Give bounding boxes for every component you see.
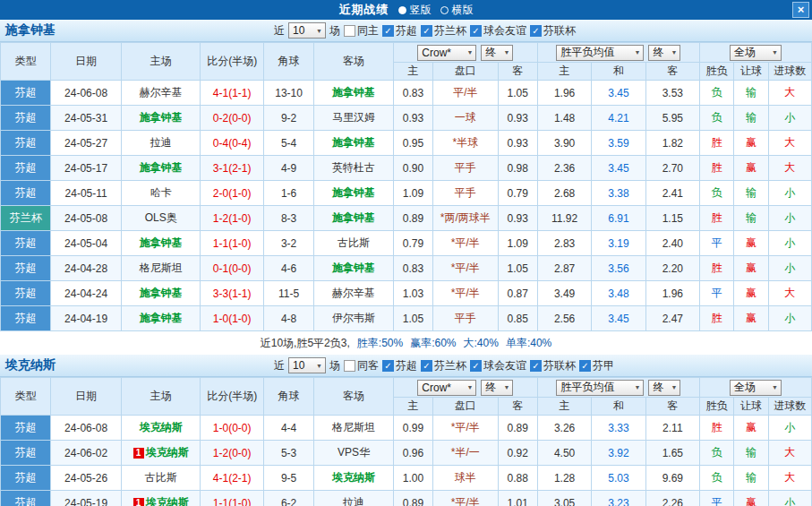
close-button[interactable]: ×: [792, 2, 809, 18]
col-away: 客场: [314, 43, 394, 81]
match-row: 芬超24-05-11哈卡2-0(1-0)1-6施拿钟基1.09平手0.792.6…: [1, 181, 812, 206]
cell-handicap: *平/半: [433, 416, 498, 441]
same-venue-label: 同客: [357, 358, 379, 373]
bookmaker-select[interactable]: Crow*▼: [417, 380, 476, 396]
same-venue-checkbox[interactable]: 同主: [344, 23, 379, 39]
cell-result-handicap: 输: [734, 466, 768, 491]
cell-result-winloss: 负: [700, 106, 734, 131]
cell-result-winloss: 胜: [700, 206, 734, 231]
matches-table-team2: 类型 日期 主场 比分(半场) 角球 客场 Crow*▼ 终▼ 胜平负均值▼ 终…: [0, 377, 812, 506]
cell-home-team: 拉迪: [121, 131, 201, 156]
cell-date: 24-05-19: [51, 491, 122, 506]
team-name: 施拿钟基: [140, 236, 183, 249]
checkbox-checked-icon: ✓: [382, 360, 394, 372]
cell-result-winloss: 胜: [700, 416, 734, 441]
col-goals: 进球数: [768, 63, 811, 81]
avg-odds-select[interactable]: 胜平负均值▼: [556, 45, 644, 61]
layout-radio-vertical[interactable]: 竖版: [398, 3, 432, 18]
checkbox-checked-icon: ✓: [470, 25, 482, 37]
cell-avg-draw: 3.59: [592, 131, 645, 156]
same-venue-checkbox[interactable]: 同客: [344, 358, 379, 373]
cell-league: 芬超: [1, 81, 51, 106]
league-filter-checkbox[interactable]: ✓球会友谊: [470, 358, 526, 373]
match-count-select[interactable]: 10▼: [288, 22, 326, 39]
cell-handicap: *半/一: [433, 441, 498, 466]
cell-date: 24-04-24: [51, 281, 122, 306]
avg-time-select[interactable]: 终▼: [648, 45, 680, 61]
match-row: 芬超24-06-08埃克纳斯1-0(0-0)4-4格尼斯坦0.99*平/半0.8…: [1, 416, 812, 441]
league-filter-checkbox[interactable]: ✓芬联杯: [530, 358, 576, 373]
cell-result-winloss: 负: [700, 466, 734, 491]
team-name: 英特杜古: [332, 161, 375, 174]
team-name: 施拿钟基: [140, 161, 183, 174]
match-row: 芬超24-05-31施拿钟基0-2(0-0)9-2马里汉姆0.93一球0.931…: [1, 106, 812, 131]
table-body-team2: 芬超24-06-08埃克纳斯1-0(0-0)4-4格尼斯坦0.99*平/半0.8…: [1, 416, 812, 506]
cell-league: 芬兰杯: [1, 206, 51, 231]
cell-away-team: 英特杜古: [314, 156, 394, 181]
cell-handicap: 平手: [433, 181, 498, 206]
match-row: 芬兰杯24-05-08OLS奥1-2(1-0)8-3施拿钟基0.89*两/两球半…: [1, 206, 812, 231]
league-filter-label: 球会友谊: [483, 358, 526, 373]
layout-radio-horizontal[interactable]: 横版: [440, 3, 474, 18]
cell-result-goals: 小: [768, 231, 811, 256]
cell-result-goals: 小: [768, 306, 811, 331]
cell-home-team: 哈卡: [121, 181, 201, 206]
cell-result-handicap: 输: [734, 181, 768, 206]
league-filter-checkbox[interactable]: ✓芬兰杯: [421, 358, 466, 373]
cell-home-team: 施拿钟基: [121, 156, 201, 181]
chevron-down-icon: ▼: [316, 363, 322, 369]
team-name: 施拿钟基: [332, 186, 375, 199]
odds-time-select[interactable]: 终▼: [481, 45, 513, 61]
match-row: 芬超24-05-04施拿钟基1-1(1-0)3-2古比斯0.79*平/半1.09…: [1, 231, 812, 256]
cell-result-handicap: 输: [734, 81, 768, 106]
cell-result-handicap: 赢: [734, 306, 768, 331]
cell-odds-away: 1.01: [498, 491, 537, 506]
team-name: 伊尔韦斯: [332, 312, 375, 324]
checkbox-checked-icon: ✓: [421, 360, 432, 372]
league-filter-checkbox[interactable]: ✓芬超: [382, 23, 417, 39]
league-filter-checkbox[interactable]: ✓芬联杯: [530, 23, 576, 39]
cell-handicap: *两/两球半: [433, 206, 498, 231]
match-count-select[interactable]: 10▼: [288, 357, 326, 373]
league-filter-checkbox[interactable]: ✓芬甲: [579, 358, 614, 373]
league-filter-checkbox[interactable]: ✓球会友谊: [470, 23, 526, 39]
cell-result-winloss: 平: [700, 231, 734, 256]
cell-score: 0-2(0-0): [201, 106, 263, 131]
cell-league: 芬超: [1, 281, 51, 306]
cell-result-handicap: 赢: [734, 156, 768, 181]
col-letball: 让球: [734, 398, 768, 416]
cell-result-winloss: 负: [700, 181, 734, 206]
scope-select[interactable]: 全场▼: [730, 45, 782, 61]
cell-avg-away: 2.47: [645, 306, 699, 331]
league-filter-checkbox[interactable]: ✓芬兰杯: [421, 23, 466, 39]
avg-odds-select[interactable]: 胜平负均值▼: [556, 380, 644, 396]
cell-corner: 5-4: [263, 131, 313, 156]
table-head: 类型 日期 主场 比分(半场) 角球 客场 Crow*▼ 终▼ 胜平负均值▼ 终…: [1, 43, 812, 81]
chevron-down-icon: ▼: [671, 384, 678, 390]
cell-avg-away: 1.15: [645, 206, 699, 231]
odds-time-select[interactable]: 终▼: [481, 380, 513, 396]
near-label: 近: [274, 23, 285, 39]
cell-avg-away: 3.53: [645, 81, 699, 106]
checkbox-checked-icon: ✓: [382, 25, 394, 37]
cell-odds-away: 0.93: [498, 131, 537, 156]
cell-result-winloss: 胜: [700, 306, 734, 331]
cell-avg-away: 2.26: [645, 491, 699, 506]
red-card-badge: 1: [133, 448, 144, 459]
bookmaker-select[interactable]: Crow*▼: [417, 45, 476, 61]
cell-result-handicap: 输: [734, 441, 768, 466]
scope-select[interactable]: 全场▼: [730, 380, 782, 396]
cell-result-winloss: 负: [700, 441, 734, 466]
col-avg-away: 客: [645, 398, 699, 416]
cell-away-team: 赫尔辛基: [314, 281, 394, 306]
cell-odds-home: 0.90: [393, 156, 432, 181]
league-filter-checkbox[interactable]: ✓芬超: [382, 358, 417, 373]
cell-corner: 4-6: [263, 256, 313, 281]
cell-handicap: 一球: [433, 106, 498, 131]
same-venue-label: 同主: [357, 23, 379, 39]
avg-time-select[interactable]: 终▼: [648, 380, 680, 396]
col-home: 主场: [121, 43, 201, 81]
cell-avg-away: 2.20: [645, 256, 699, 281]
cell-home-team: OLS奥: [121, 206, 201, 231]
cell-result-winloss: 胜: [700, 156, 734, 181]
